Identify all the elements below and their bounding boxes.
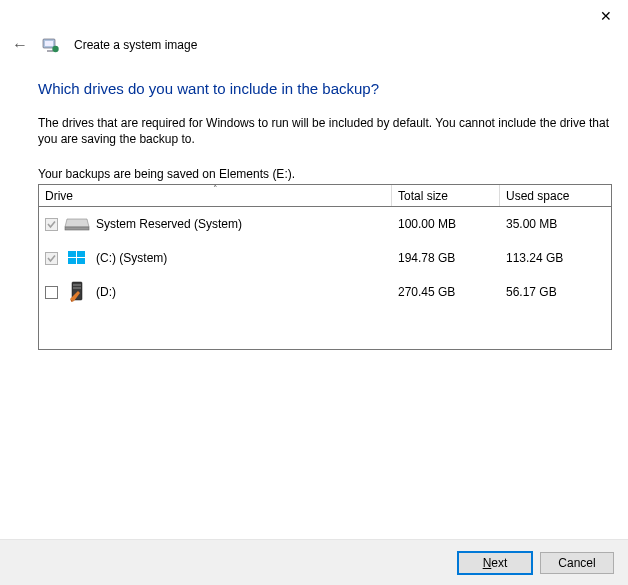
- col-header-total[interactable]: Total size: [392, 185, 500, 206]
- table-row[interactable]: System Reserved (System) 100.00 MB 35.00…: [39, 207, 611, 241]
- checkbox[interactable]: [45, 286, 58, 299]
- drive-label: (D:): [96, 285, 116, 299]
- svg-rect-4: [65, 227, 89, 230]
- table-row[interactable]: (C:) (System) 194.78 GB 113.24 GB: [39, 241, 611, 275]
- hard-disk-icon: [64, 215, 90, 233]
- cancel-button-label: Cancel: [558, 556, 595, 570]
- saved-on-text: Your backups are being saved on Elements…: [38, 167, 612, 181]
- table-body: System Reserved (System) 100.00 MB 35.00…: [39, 207, 611, 349]
- col-header-drive-label: Drive: [45, 189, 73, 203]
- drive-label: (C:) (System): [96, 251, 167, 265]
- svg-rect-8: [77, 258, 85, 264]
- drive-used: 113.24 GB: [500, 251, 611, 265]
- svg-rect-7: [68, 258, 76, 264]
- drive-used: 35.00 MB: [500, 217, 611, 231]
- svg-rect-5: [68, 251, 76, 257]
- windows-flag-icon: [64, 249, 90, 267]
- svg-point-2: [52, 46, 58, 52]
- checkbox-locked: [45, 218, 58, 231]
- drive-used: 56.17 GB: [500, 285, 611, 299]
- tower-drive-icon: [64, 281, 90, 303]
- drive-table: Drive ˄ Total size Used space: [38, 184, 612, 350]
- col-header-used[interactable]: Used space: [500, 185, 611, 206]
- wizard-icon: [42, 36, 60, 54]
- content-area: Which drives do you want to include in t…: [38, 80, 612, 350]
- table-row[interactable]: (D:) 270.45 GB 56.17 GB: [39, 275, 611, 309]
- svg-rect-10: [73, 284, 81, 286]
- col-header-total-label: Total size: [398, 189, 448, 203]
- next-button[interactable]: Next: [458, 552, 532, 574]
- wizard-title: Create a system image: [74, 38, 197, 52]
- back-arrow-icon[interactable]: ←: [12, 37, 28, 53]
- page-heading: Which drives do you want to include in t…: [38, 80, 612, 97]
- close-button[interactable]: ✕: [600, 8, 612, 24]
- svg-rect-11: [73, 287, 81, 289]
- svg-rect-6: [77, 251, 85, 257]
- drive-total: 270.45 GB: [392, 285, 500, 299]
- footer-bar: Next Cancel: [0, 539, 628, 585]
- drive-total: 100.00 MB: [392, 217, 500, 231]
- sort-caret-icon: ˄: [213, 184, 218, 194]
- close-icon: ✕: [600, 8, 612, 24]
- col-header-used-label: Used space: [506, 189, 569, 203]
- svg-marker-3: [65, 219, 89, 227]
- intro-text: The drives that are required for Windows…: [38, 115, 612, 147]
- svg-rect-1: [45, 41, 53, 46]
- checkbox-locked: [45, 252, 58, 265]
- header-bar: ← Create a system image: [12, 36, 197, 54]
- cancel-button[interactable]: Cancel: [540, 552, 614, 574]
- col-header-drive[interactable]: Drive ˄: [39, 185, 392, 206]
- table-header: Drive ˄ Total size Used space: [39, 185, 611, 207]
- drive-label: System Reserved (System): [96, 217, 242, 231]
- drive-total: 194.78 GB: [392, 251, 500, 265]
- next-button-label: Next: [483, 556, 508, 570]
